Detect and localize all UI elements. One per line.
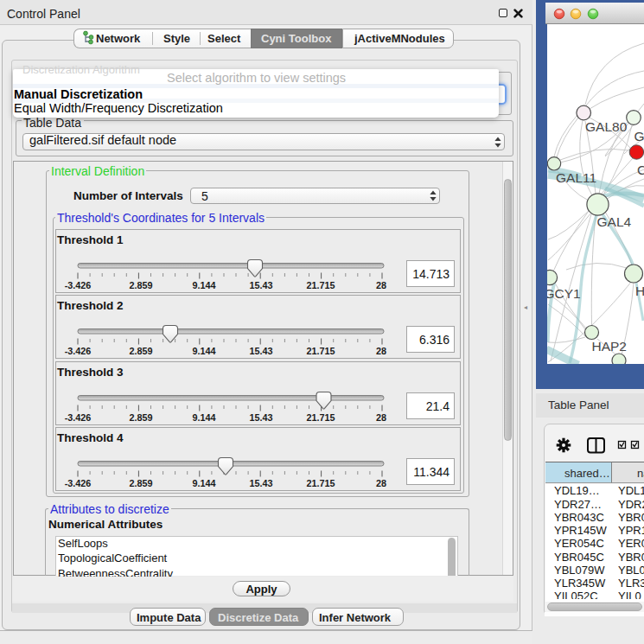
svg-text:-3.426: -3.426 <box>65 280 92 290</box>
svg-text:28: 28 <box>376 478 386 488</box>
svg-text:9.144: 9.144 <box>192 412 215 423</box>
svg-text:28: 28 <box>376 280 386 290</box>
svg-text:28: 28 <box>376 412 386 423</box>
svg-text:GAL11: GAL11 <box>556 170 596 185</box>
svg-text:21.715: 21.715 <box>306 280 335 290</box>
svg-text:GAL4: GAL4 <box>597 214 632 229</box>
svg-text:GA: GA <box>634 129 644 143</box>
svg-text:2.859: 2.859 <box>129 478 152 488</box>
svg-text:28: 28 <box>376 346 386 356</box>
svg-text:-3.426: -3.426 <box>65 478 92 488</box>
svg-text:15.43: 15.43 <box>249 280 272 290</box>
svg-text:-3.426: -3.426 <box>65 346 92 356</box>
svg-text:2.859: 2.859 <box>129 280 152 290</box>
svg-text:C: C <box>637 163 644 177</box>
svg-text:GAL80: GAL80 <box>585 119 628 134</box>
svg-text:15.43: 15.43 <box>249 346 272 356</box>
svg-text:9.144: 9.144 <box>192 478 215 488</box>
svg-text:21.715: 21.715 <box>306 346 335 356</box>
svg-text:GCY1: GCY1 <box>547 286 581 301</box>
svg-text:2.859: 2.859 <box>129 346 152 356</box>
svg-text:21.715: 21.715 <box>306 478 335 488</box>
svg-text:2.859: 2.859 <box>129 412 152 423</box>
svg-text:9.144: 9.144 <box>192 346 215 356</box>
svg-text:9.144: 9.144 <box>192 280 215 290</box>
svg-text:HAP2: HAP2 <box>592 339 628 354</box>
svg-text:21.715: 21.715 <box>306 412 335 423</box>
svg-text:15.43: 15.43 <box>249 478 272 488</box>
svg-text:-3.426: -3.426 <box>65 412 92 423</box>
svg-text:H: H <box>635 284 644 298</box>
svg-text:15.43: 15.43 <box>249 412 272 423</box>
